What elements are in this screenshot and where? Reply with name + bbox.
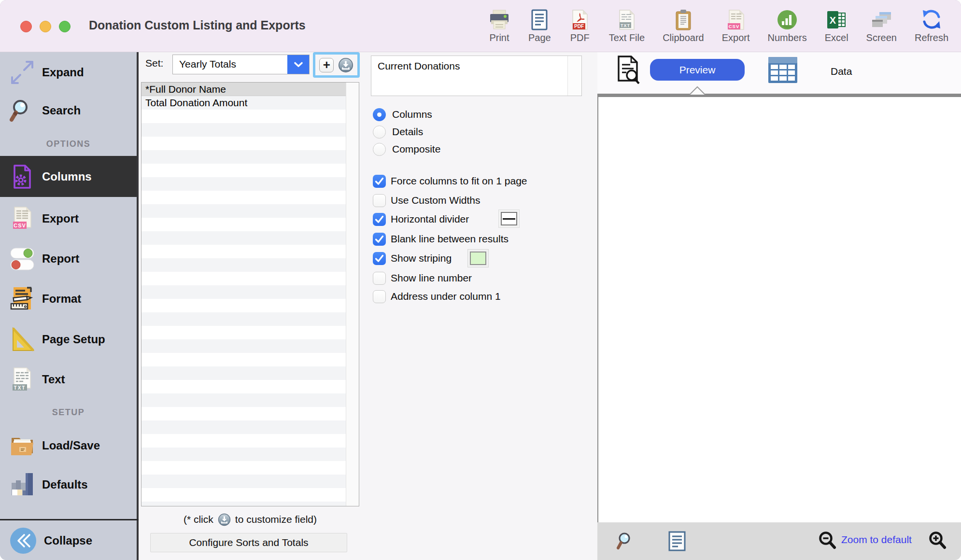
checkbox-unchecked-icon — [373, 290, 386, 303]
document-magnifier-icon[interactable] — [615, 55, 642, 86]
sidebar-item-load-save[interactable]: Load/Save — [0, 425, 137, 466]
preview-bottom-bar: Zoom to default — [597, 522, 961, 560]
close-window-button[interactable] — [20, 21, 32, 32]
tab-preview[interactable]: Preview — [650, 59, 745, 81]
checkbox-horizontal-divider[interactable]: Horizontal divider — [373, 212, 469, 226]
text-file-button[interactable]: TXT Text File — [609, 5, 645, 43]
clipboard-icon — [672, 5, 694, 31]
list-item[interactable]: Total Donation Amount — [141, 96, 346, 110]
titlebar: Donation Custom Listing and Exports Prin… — [0, 0, 961, 52]
sidebar-item-label: Load/Save — [42, 439, 100, 452]
excel-app-icon: X — [825, 5, 848, 31]
customize-hint: (* click to customize field) — [141, 512, 359, 527]
sidebar-item-report[interactable]: Report — [0, 238, 137, 279]
checkbox-show-striping[interactable]: Show striping — [373, 252, 452, 265]
preview-header: Preview Data — [597, 52, 961, 94]
set-dropdown[interactable]: Yearly Totals — [172, 55, 310, 74]
svg-text:CSV: CSV — [728, 24, 739, 29]
expand-arrows-icon — [10, 60, 35, 85]
zoom-to-default-link[interactable]: Zoom to default — [841, 534, 912, 546]
svg-text:TXT: TXT — [621, 23, 630, 28]
data-table-icon[interactable] — [768, 56, 798, 85]
preview-panel: Preview Data Zoom to default — [597, 52, 961, 560]
hint-prefix: (* click — [184, 514, 213, 525]
page-icon — [528, 5, 551, 31]
toolbar: Print Page PDF PDF TXT Text File Clipboa… — [488, 5, 948, 43]
svg-text:X: X — [830, 15, 836, 26]
configure-sorts-totals-button[interactable]: Configure Sorts and Totals — [150, 533, 347, 552]
sidebar-item-collapse[interactable]: Collapse — [0, 520, 137, 560]
format-pencil-ruler-icon — [10, 286, 35, 311]
radio-columns[interactable]: Columns — [373, 108, 432, 121]
document-lines-icon[interactable] — [668, 531, 686, 553]
sidebar-item-label: Export — [42, 212, 79, 225]
checkbox-blank-line[interactable]: Blank line between results — [373, 232, 509, 246]
csv-file-icon: CSV — [725, 5, 747, 31]
tab-data[interactable]: Data — [831, 66, 852, 77]
screen-button[interactable]: Screen — [866, 5, 897, 43]
sidebar-section-options: OPTIONS — [0, 137, 137, 151]
sidebar-item-label: Columns — [42, 170, 92, 183]
preview-canvas — [597, 97, 961, 523]
checkbox-checked-icon — [373, 175, 386, 188]
list-item[interactable]: *Full Donor Name — [141, 83, 346, 96]
pdf-button[interactable]: PDF PDF — [569, 5, 591, 43]
sidebar-item-label: Collapse — [44, 534, 92, 547]
sidebar-item-label: Report — [42, 252, 79, 266]
active-tab-caret — [689, 86, 706, 97]
stripe-color-swatch[interactable] — [467, 249, 489, 267]
checkbox-custom-widths[interactable]: Use Custom Widths — [373, 194, 480, 207]
set-label: Set: — [145, 57, 163, 69]
refresh-icon — [920, 5, 943, 31]
checkbox-checked-icon — [373, 252, 386, 265]
folder-icon — [10, 433, 35, 458]
zoom-out-icon[interactable] — [817, 530, 838, 554]
excel-button[interactable]: X Excel — [825, 5, 848, 43]
magnifier-icon[interactable] — [616, 532, 634, 553]
sidebar-item-label: Search — [42, 104, 81, 117]
printer-icon — [488, 5, 510, 31]
export-csv-button[interactable]: CSV Export — [722, 5, 750, 43]
sidebar-item-expand[interactable]: Expand — [0, 52, 137, 93]
checkbox-unchecked-icon — [373, 272, 386, 285]
minimize-window-button[interactable] — [40, 21, 51, 32]
checkbox-force-columns[interactable]: Force columns to fit on 1 page — [373, 174, 527, 188]
sidebar-item-label: Page Setup — [42, 333, 105, 346]
sidebar-item-label: Format — [42, 292, 81, 306]
checkbox-show-line-number[interactable]: Show line number — [373, 271, 472, 285]
list-scrollbar[interactable] — [346, 83, 359, 506]
sidebar-item-format[interactable]: Format — [0, 279, 137, 319]
numbers-button[interactable]: Numbers — [768, 5, 807, 43]
sidebar-item-export[interactable]: CSV Export — [0, 198, 137, 239]
stripe-color-icon — [470, 252, 486, 265]
add-field-button[interactable]: + — [319, 58, 334, 72]
sidebar-item-text[interactable]: TXT Text — [0, 359, 137, 400]
zoom-in-icon[interactable] — [927, 530, 948, 554]
print-button[interactable]: Print — [488, 5, 510, 43]
sidebar-item-page-setup[interactable]: Page Setup — [0, 319, 137, 360]
app-window: Donation Custom Listing and Exports Prin… — [0, 0, 961, 560]
title-scrollbar[interactable] — [567, 56, 581, 96]
sidebar: Expand Search OPTIONS Columns CSV Export… — [0, 52, 139, 560]
zoom-window-button[interactable] — [59, 21, 71, 32]
sidebar-item-columns[interactable]: Columns — [0, 156, 137, 197]
chevron-down-icon[interactable] — [287, 55, 309, 74]
defaults-blocks-icon — [10, 472, 35, 497]
refresh-button[interactable]: Refresh — [915, 5, 948, 43]
sidebar-item-label: Defaults — [42, 478, 88, 491]
sidebar-item-defaults[interactable]: Defaults — [0, 464, 137, 505]
sidebar-item-label: Text — [42, 373, 65, 386]
checkbox-checked-icon — [373, 213, 386, 226]
checkbox-address-under-column[interactable]: Address under column 1 — [373, 290, 501, 303]
page-button[interactable]: Page — [528, 5, 551, 43]
sidebar-item-search[interactable]: Search — [0, 90, 137, 131]
divider-style-button[interactable] — [498, 210, 520, 228]
clipboard-button[interactable]: Clipboard — [663, 5, 704, 43]
svg-text:CSV: CSV — [14, 223, 26, 228]
customize-field-button[interactable] — [338, 57, 353, 73]
radio-details[interactable]: Details — [373, 125, 423, 139]
radio-composite[interactable]: Composite — [373, 142, 440, 156]
txt-document-icon: TXT — [10, 367, 35, 392]
report-title-input[interactable]: Current Donations — [371, 56, 582, 96]
divider-style-icon — [501, 212, 517, 225]
